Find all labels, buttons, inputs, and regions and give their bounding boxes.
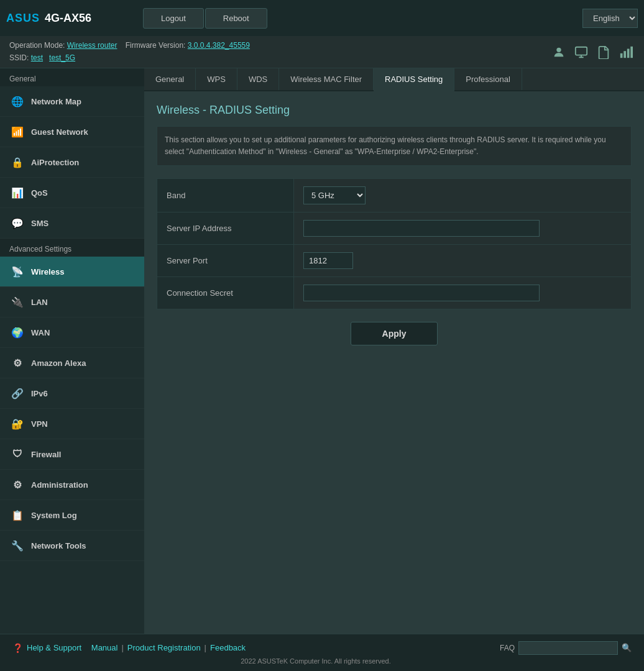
sidebar-item-wireless[interactable]: Wireless <box>0 257 144 287</box>
ipv6-icon <box>9 385 26 402</box>
status-info: Operation Mode: Wireless router Firmware… <box>9 40 250 63</box>
signal-icon[interactable] <box>617 43 635 61</box>
footer-faq: FAQ 🔍 <box>500 641 632 655</box>
band-label: Band <box>157 179 294 212</box>
sidebar-label-system-log: System Log <box>31 511 77 520</box>
footer-top-row: ❓ Help & Support Manual | Product Regist… <box>0 641 644 655</box>
tabs: General WPS WDS Wireless MAC Filter RADI… <box>144 68 644 91</box>
sidebar-label-aiprotection: AiProtection <box>31 158 79 167</box>
footer-copyright: 2022 ASUSTeK Computer Inc. All rights re… <box>241 657 403 665</box>
footer-divider-2: | <box>121 643 123 652</box>
feedback-link[interactable]: Feedback <box>210 643 246 652</box>
svg-rect-3 <box>623 51 626 58</box>
sidebar-label-wan: WAN <box>31 328 50 337</box>
connection-secret-row: Connection Secret <box>157 277 632 309</box>
faq-search-input[interactable] <box>518 641 618 655</box>
wireless-icon <box>9 263 26 280</box>
server-port-row: Server Port <box>157 245 632 277</box>
tab-wireless-mac-filter[interactable]: Wireless MAC Filter <box>279 68 374 90</box>
tab-wds[interactable]: WDS <box>237 68 279 90</box>
firewall-icon <box>9 445 26 463</box>
ssid-2[interactable]: test_5G <box>49 53 75 62</box>
status-bar: Operation Mode: Wireless router Firmware… <box>0 36 644 68</box>
guest-network-icon <box>9 123 26 140</box>
logout-button[interactable]: Logout <box>143 8 204 29</box>
top-bar: ASUS 4G-AX56 Logout Reboot English <box>0 0 644 36</box>
sidebar-item-guest-network[interactable]: Guest Network <box>0 117 144 147</box>
sidebar-item-ipv6[interactable]: IPv6 <box>0 378 144 409</box>
sidebar-item-amazon-alexa[interactable]: Amazon Alexa <box>0 348 144 378</box>
faq-label: FAQ <box>500 644 515 652</box>
server-ip-input[interactable] <box>303 220 540 237</box>
sidebar: General Network Map Guest Network AiProt… <box>0 68 144 634</box>
help-support-label: Help & Support <box>27 643 81 652</box>
tab-radius-setting[interactable]: RADIUS Setting <box>374 68 454 91</box>
wan-icon <box>9 324 26 341</box>
sidebar-item-wan[interactable]: WAN <box>0 317 144 348</box>
brand-logo: ASUS <box>6 12 40 25</box>
administration-icon <box>9 476 26 493</box>
connection-secret-cell <box>294 277 632 309</box>
alexa-icon <box>9 354 26 372</box>
tab-wps[interactable]: WPS <box>196 68 237 90</box>
sidebar-label-vpn: VPN <box>31 419 48 429</box>
language-select[interactable]: English <box>582 9 638 28</box>
product-registration-link[interactable]: Product Registration <box>127 643 201 652</box>
help-icon: ❓ <box>12 643 23 653</box>
sidebar-label-guest-network: Guest Network <box>31 127 88 137</box>
sidebar-label-amazon-alexa: Amazon Alexa <box>31 358 86 368</box>
user-icon[interactable] <box>550 43 568 61</box>
footer-left: ❓ Help & Support Manual | Product Regist… <box>12 643 246 653</box>
sidebar-label-firewall: Firewall <box>31 450 61 459</box>
server-port-input[interactable] <box>303 252 353 269</box>
reboot-button[interactable]: Reboot <box>205 8 267 29</box>
network-tools-icon <box>9 537 26 554</box>
sidebar-item-lan[interactable]: LAN <box>0 287 144 317</box>
general-section-label: General <box>0 68 144 86</box>
page-description: This section allows you to set up additi… <box>157 126 632 166</box>
sidebar-item-vpn[interactable]: VPN <box>0 409 144 439</box>
ssid-label: SSID: <box>9 53 29 62</box>
footer: ❓ Help & Support Manual | Product Regist… <box>0 634 644 671</box>
sidebar-item-network-map[interactable]: Network Map <box>0 86 144 117</box>
sidebar-item-administration[interactable]: Administration <box>0 470 144 500</box>
main-layout: General Network Map Guest Network AiProt… <box>0 68 644 634</box>
top-right: English <box>582 9 638 28</box>
tab-general[interactable]: General <box>144 68 196 90</box>
sms-icon <box>9 214 26 232</box>
server-ip-label: Server IP Address <box>157 212 294 245</box>
footer-divider-1 <box>85 643 88 652</box>
document-icon[interactable] <box>595 43 612 61</box>
firmware-label: Firmware Version: <box>126 41 186 50</box>
sidebar-label-lan: LAN <box>31 298 48 307</box>
page-title: Wireless - RADIUS Setting <box>157 104 632 117</box>
footer-divider-3: | <box>205 643 206 652</box>
advanced-section-label: Advanced Settings <box>0 239 144 257</box>
faq-search-button[interactable]: 🔍 <box>622 643 632 652</box>
svg-rect-1 <box>576 47 587 55</box>
sidebar-item-firewall[interactable]: Firewall <box>0 439 144 470</box>
band-select[interactable]: 5 GHz 2.4 GHz <box>303 186 366 204</box>
manual-link[interactable]: Manual <box>91 643 118 652</box>
sidebar-item-qos[interactable]: QoS <box>0 178 144 208</box>
sidebar-item-sms[interactable]: SMS <box>0 208 144 239</box>
svg-rect-4 <box>627 48 630 58</box>
connection-secret-input[interactable] <box>303 285 540 301</box>
operation-mode-link[interactable]: Wireless router <box>67 41 117 50</box>
top-buttons: Logout Reboot <box>143 8 267 29</box>
sidebar-item-system-log[interactable]: System Log <box>0 500 144 531</box>
ssid-1[interactable]: test <box>31 53 43 62</box>
sidebar-label-wireless: Wireless <box>31 267 64 276</box>
apply-button[interactable]: Apply <box>351 322 438 345</box>
sidebar-item-aiprotection[interactable]: AiProtection <box>0 147 144 178</box>
status-icons <box>550 43 635 61</box>
sidebar-item-network-tools[interactable]: Network Tools <box>0 531 144 561</box>
model-name: 4G-AX56 <box>45 12 91 25</box>
firmware-version[interactable]: 3.0.0.4.382_45559 <box>188 41 250 50</box>
system-log-icon <box>9 506 26 524</box>
svg-rect-5 <box>630 46 633 57</box>
content-body: Wireless - RADIUS Setting This section a… <box>144 91 644 634</box>
sidebar-label-administration: Administration <box>31 480 88 490</box>
tab-professional[interactable]: Professional <box>454 68 522 90</box>
monitor-icon[interactable] <box>573 43 590 61</box>
